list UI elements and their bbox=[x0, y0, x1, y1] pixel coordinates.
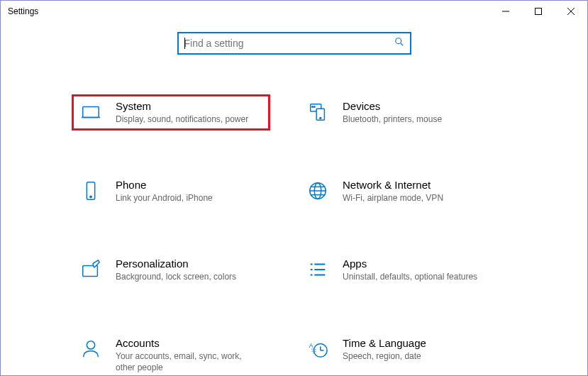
category-desc: Link your Android, iPhone bbox=[116, 192, 263, 204]
minimize-button[interactable] bbox=[489, 1, 522, 22]
svg-point-12 bbox=[314, 106, 316, 108]
svg-point-28 bbox=[87, 341, 94, 348]
category-desc: Uninstall, defaults, optional features bbox=[343, 271, 490, 282]
maximize-button[interactable] bbox=[522, 1, 555, 22]
devices-icon bbox=[306, 100, 330, 123]
personalization-icon bbox=[79, 258, 103, 280]
svg-text:字: 字 bbox=[311, 348, 316, 353]
category-title: Devices bbox=[343, 100, 490, 112]
apps-icon bbox=[306, 258, 330, 280]
window-controls bbox=[489, 1, 587, 22]
search-container bbox=[1, 32, 587, 55]
titlebar: Settings bbox=[1, 1, 587, 22]
search-input[interactable] bbox=[184, 38, 394, 49]
category-title: Accounts bbox=[116, 337, 263, 349]
svg-rect-1 bbox=[536, 9, 542, 15]
svg-line-5 bbox=[400, 43, 403, 46]
system-icon bbox=[79, 100, 103, 123]
category-title: Time & Language bbox=[343, 337, 490, 349]
category-devices[interactable]: Devices Bluetooth, printers, mouse bbox=[299, 94, 497, 131]
categories-grid: System Display, sound, notifications, po… bbox=[1, 94, 587, 376]
category-desc: Speech, region, date bbox=[343, 350, 490, 362]
time-icon: A字 bbox=[306, 337, 330, 360]
category-network[interactable]: Network & Internet Wi-Fi, airplane mode,… bbox=[299, 173, 497, 209]
category-desc: Wi-Fi, airplane mode, VPN bbox=[343, 192, 490, 204]
category-phone[interactable]: Phone Link your Android, iPhone bbox=[72, 173, 270, 209]
phone-icon bbox=[79, 179, 103, 201]
search-box[interactable] bbox=[177, 32, 411, 55]
svg-rect-6 bbox=[83, 107, 99, 118]
category-accounts[interactable]: Accounts Your accounts, email, sync, wor… bbox=[72, 331, 270, 376]
network-icon bbox=[306, 179, 330, 201]
accounts-icon bbox=[79, 337, 103, 360]
category-apps[interactable]: Apps Uninstall, defaults, optional featu… bbox=[299, 252, 497, 288]
category-desc: Bluetooth, printers, mouse bbox=[343, 114, 490, 125]
search-icon bbox=[394, 37, 404, 50]
category-personalization[interactable]: Personalization Background, lock screen,… bbox=[72, 252, 270, 288]
category-desc: Background, lock screen, colors bbox=[116, 271, 263, 282]
text-cursor bbox=[184, 38, 185, 49]
category-system[interactable]: System Display, sound, notifications, po… bbox=[72, 94, 270, 131]
svg-point-10 bbox=[320, 118, 321, 119]
category-title: System bbox=[116, 100, 263, 112]
category-time[interactable]: A字 Time & Language Speech, region, date bbox=[299, 331, 497, 376]
category-title: Phone bbox=[116, 179, 263, 191]
category-desc: Display, sound, notifications, power bbox=[116, 114, 263, 125]
category-title: Network & Internet bbox=[343, 179, 490, 191]
svg-point-14 bbox=[90, 197, 91, 198]
category-title: Personalization bbox=[116, 258, 263, 270]
window-title: Settings bbox=[8, 6, 38, 16]
close-button[interactable] bbox=[555, 1, 587, 22]
category-desc: Your accounts, email, sync, work, other … bbox=[116, 350, 263, 373]
svg-point-11 bbox=[312, 106, 314, 108]
category-title: Apps bbox=[343, 258, 490, 270]
svg-point-4 bbox=[395, 38, 401, 44]
